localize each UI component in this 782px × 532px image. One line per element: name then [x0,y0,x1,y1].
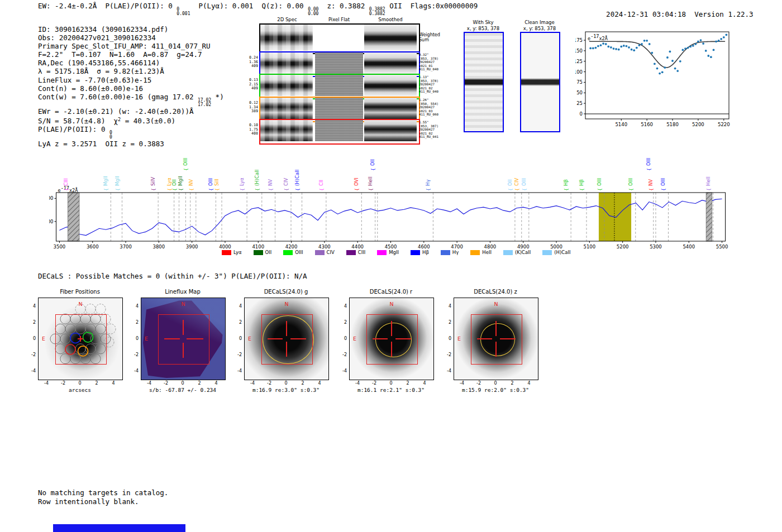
spec2d-left-labels-1: 0.24 1.36 409 [245,56,258,69]
emission-label-HeII: HeII [368,176,373,186]
text-run: = 40.3(±0.0) [121,117,175,125]
legend-label: CIII [358,250,365,255]
emission-brace: { [649,188,654,191]
text-run: S/N = 58.7(±4.8) χ [38,117,118,125]
legend-item-MgII: MgII [377,250,399,255]
emission-label-CIV: CIV [283,178,289,186]
panel-y-tick: -4 [441,368,451,373]
emission-label-NV: NV [648,179,654,186]
emission-label-OIII: OIII [597,178,602,186]
panel-y-tick: 4 [337,304,347,309]
footer-line-1: No matching targets in catalog. [38,488,168,497]
panel-x-tick: -2 [474,381,483,386]
report-datetime: 2024-12-31 03:04:18 [606,10,686,18]
panel-y-tick: 4 [232,304,242,309]
data-point [618,49,620,51]
compass-north: N [141,301,225,307]
x-tick-label: 4600 [418,244,430,250]
panel-xlabel-4: m:15.9 re:2.0" s:0.3" [448,387,543,393]
x-tick-label: 3800 [153,244,165,250]
y-tick-label: 0 [580,111,583,117]
spec2d-cell-3-1 [315,98,363,119]
extraction-box [158,314,209,365]
spec2d-cell-0-1 [315,25,363,51]
legend-item-OIII: OIII [283,250,303,255]
data-point [666,56,669,59]
info-line-4: RA,Dec (190.453186,55.466114) [38,59,224,67]
data-point [654,63,656,65]
emission-brace: { [426,188,431,191]
spec2d-cell-1-2 [364,52,417,74]
emission-brace: { [580,188,585,191]
legend-item-(H)CaII: (H)CaII [542,250,570,255]
x-tick-label: 5400 [683,244,695,250]
emission-brace: { [629,188,634,191]
y-tick-label: 100 [575,69,583,75]
emission-label-NV: NV [188,179,194,186]
panel-y-tick: 0 [441,336,451,341]
legend-item-HeII: HeII [470,250,492,255]
data-point [631,49,633,51]
emission-label-OIII: OIII [183,158,188,166]
y-tick-label: 75 [576,79,583,85]
panel-x-tick: -2 [265,381,274,386]
legend-item-Hβ: Hβ [411,250,429,255]
spec2d-cell-2-0 [260,75,313,96]
data-point [633,49,635,51]
panel-y-tick: -2 [26,352,36,357]
legend-label: Lyα [233,250,242,255]
emission-brace: { [355,188,360,191]
text-run: EWr = -2.10(±0.21) (w: -2.40(±0.20))Å [38,107,193,116]
compass-east: E [353,336,356,342]
panel-x-tick: 4 [524,381,533,386]
data-point [626,45,628,47]
spec2d-cell-2-1 [315,75,363,96]
y-tick-label: 50 [576,90,583,95]
spec2d-right-labels-4: 1.55" (853, 387) 20200427 v021_02 411_RU… [419,121,445,139]
spec2d-right-labels-2: 1.13" (853, 378) 20200427 v021_02 411_RU… [419,75,445,94]
panel-title-1: Lineflux Map [141,289,225,295]
emission-label-OIII: OIII [208,178,213,186]
data-point [592,47,594,50]
panel-x-tick: 4 [109,381,118,386]
data-point [684,47,686,50]
panel-y-tick: -4 [337,368,347,373]
spec2d-cell-3-0 [260,98,313,119]
data-point [595,47,597,49]
info-line-7: Cont(n) = 8.60(±0.00)e-16 [38,84,224,93]
info-line-1: Obs: 20200427v021_3090162334 [38,33,224,42]
compass-east: E [145,336,148,342]
stacked-fraction: 17.0217.02 [198,98,211,107]
panel-title-0: Fiber Positions [38,289,122,295]
compass-east: E [248,336,251,342]
text-run: x2Å [69,188,78,193]
x-tick-label: 5180 [666,122,679,127]
sub-value: 0.00 [308,12,318,16]
panel-box-fiber: NE [38,298,123,380]
text-run: *) [211,93,224,101]
panel-y-tick: 0 [128,336,139,341]
spec2d-cell-4-2 [364,120,417,141]
text-run: LineFlux = -7.70(±0.63)e-15 [38,76,151,84]
masked-region [706,193,712,241]
panel-y-tick: -2 [441,352,451,357]
legend-item-OII: OII [254,250,272,255]
x-tick-label: 4400 [351,244,364,250]
x-tick-label: 5160 [641,122,653,127]
emission-label-MgII: MgII [115,176,120,186]
emission-brace: { [151,188,156,191]
x-tick-label: 4500 [385,244,397,250]
x-tick-label: 5140 [615,122,627,127]
x-tick-label: 3900 [186,244,198,250]
emission-brace: { [369,188,374,191]
x-tick-label: 4800 [484,244,497,250]
header-summary-line: EW: -2.4±-0.2Å P(LAE)/P(OII): 0 00.001 P… [38,2,478,16]
elixer-report-page: EW: -2.4±-0.2Å P(LAE)/P(OII): 0 00.001 P… [0,0,782,532]
info-line-6: LineFlux = -7.70(±0.63)e-15 [38,76,224,84]
spec2d-right-labels-1: 0.32" (853, 378) 20200427 v021_01 411_RU… [419,53,445,71]
legend-swatch [283,250,293,255]
legend-item-Lyα: Lyα [222,250,242,255]
info-line-2: Primary Spec_Slot_IFU_AMP: 411_014_077_R… [38,42,224,50]
panel-x-tick: -4 [42,381,51,386]
panel-box-decals: NE [349,298,434,380]
